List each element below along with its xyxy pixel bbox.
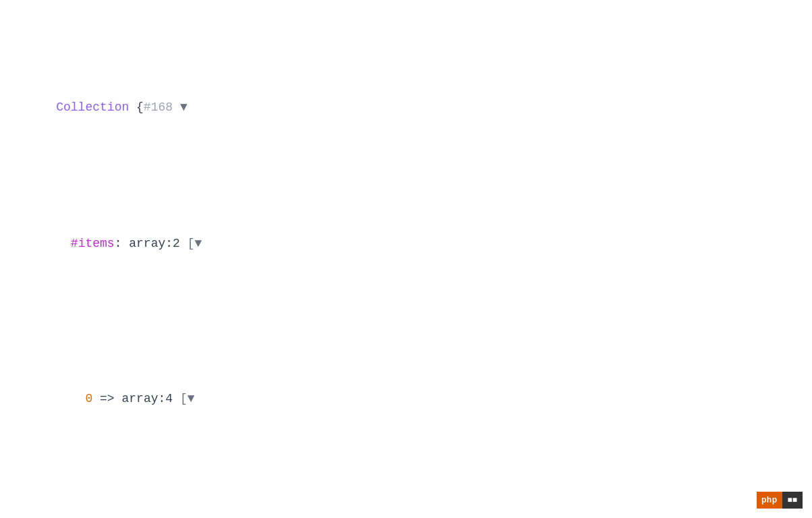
class-name: Collection <box>56 100 129 114</box>
line-item0-header: 0 => array:4 [▼ <box>27 370 785 428</box>
line-collection: Collection {#168 ▼ <box>27 78 785 136</box>
items-open[interactable]: [▼ <box>187 237 202 250</box>
item0-index: 0 <box>85 392 92 405</box>
line-items: #items: array:2 [▼ <box>27 214 785 272</box>
item0-arrow-space <box>92 392 100 405</box>
items-type: array:2 <box>129 237 180 250</box>
items-key: #items <box>71 237 115 250</box>
items-open-space <box>180 237 187 250</box>
item0-open[interactable]: [▼ <box>180 392 195 405</box>
hash-id: #168 <box>144 100 173 114</box>
item0-arrow: => <box>100 392 115 405</box>
open-brace: { <box>129 100 144 114</box>
php-extra: ■■ <box>782 492 803 509</box>
code-output: Collection {#168 ▼ #items: array:2 [▼ 0 … <box>27 20 785 518</box>
item0-field-user_id: "user_id" => "1" <box>27 506 785 518</box>
php-badge: php ■■ <box>757 492 803 509</box>
colon1: : <box>115 237 129 250</box>
php-label: php <box>757 492 782 509</box>
item0-type: array:4 <box>121 392 173 405</box>
item0-space <box>115 392 122 405</box>
item0-open-space <box>173 392 180 405</box>
collapse-arrow[interactable]: ▼ <box>173 100 187 114</box>
